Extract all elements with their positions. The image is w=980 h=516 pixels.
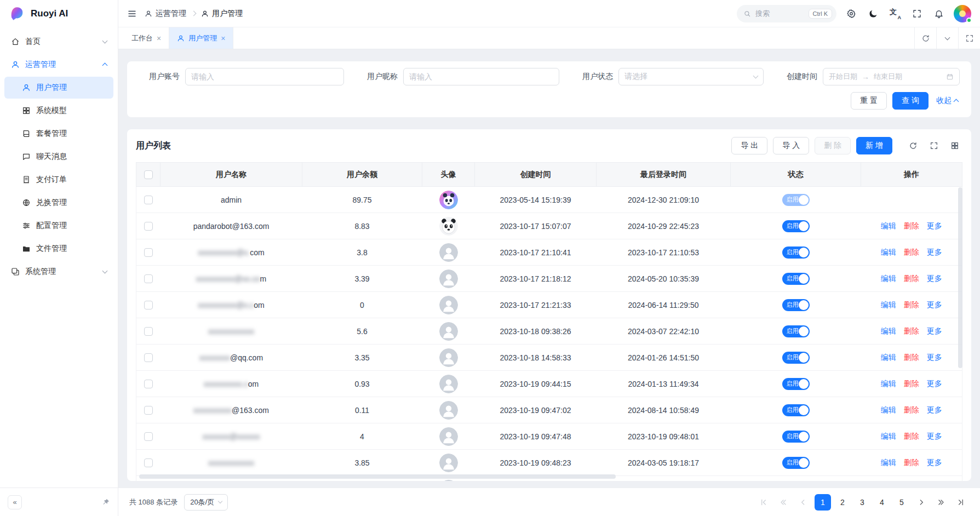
row-checkbox[interactable] [144, 274, 153, 283]
vertical-scrollbar[interactable] [958, 187, 962, 368]
edit-link[interactable]: 编辑 [881, 326, 896, 335]
page-size-select[interactable]: 20条/页 [184, 494, 228, 511]
column-settings-grid-icon[interactable] [947, 138, 962, 153]
import-button[interactable]: 导 入 [773, 137, 809, 154]
delete-link[interactable]: 删除 [904, 353, 919, 362]
edit-link[interactable]: 编辑 [881, 353, 896, 362]
back-five-pages-button[interactable] [775, 494, 792, 511]
settings-gear-icon[interactable] [844, 7, 858, 21]
edit-link[interactable]: 编辑 [881, 405, 896, 414]
last-page-button[interactable] [953, 494, 969, 511]
breadcrumb-user-management[interactable]: 用户管理 [201, 9, 243, 19]
status-toggle[interactable]: 启用 [782, 194, 810, 206]
user-account-input[interactable] [185, 68, 344, 85]
more-link[interactable]: 更多 [927, 221, 942, 230]
notifications-bell-icon[interactable] [932, 7, 946, 21]
delete-link[interactable]: 删除 [904, 432, 919, 440]
delete-link[interactable]: 删除 [904, 405, 919, 414]
row-checkbox[interactable] [144, 222, 153, 231]
collapse-filters-link[interactable]: 收起 [936, 96, 958, 106]
status-toggle[interactable]: 启用 [782, 457, 810, 469]
more-link[interactable]: 更多 [927, 458, 942, 467]
page-button-4[interactable]: 4 [874, 494, 890, 511]
more-link[interactable]: 更多 [927, 379, 942, 388]
status-toggle[interactable]: 启用 [782, 299, 810, 311]
row-checkbox[interactable] [144, 432, 153, 441]
content-fullscreen-icon[interactable] [958, 27, 980, 49]
sidebar-item-chat-messages[interactable]: 聊天消息 [4, 146, 113, 168]
horizontal-scrollbar[interactable] [139, 474, 616, 479]
edit-link[interactable]: 编辑 [881, 274, 896, 283]
status-toggle[interactable]: 启用 [782, 404, 810, 416]
pin-icon[interactable] [102, 498, 110, 506]
collapse-sidebar-button[interactable]: « [8, 495, 22, 509]
delete-link[interactable]: 删除 [904, 248, 919, 256]
row-checkbox[interactable] [144, 327, 153, 336]
fullscreen-icon[interactable] [910, 7, 924, 21]
row-checkbox[interactable] [144, 380, 153, 388]
sidebar-item-operations[interactable]: 运营管理 [4, 54, 113, 76]
more-link[interactable]: 更多 [927, 248, 942, 256]
reset-button[interactable]: 重 置 [851, 92, 887, 110]
refresh-tab-icon[interactable] [914, 27, 936, 49]
sidebar-item-system-model[interactable]: 系统模型 [4, 100, 113, 122]
close-icon[interactable]: × [157, 35, 161, 42]
app-logo[interactable]: Ruoyi AI [0, 0, 118, 27]
sidebar-item-home[interactable]: 首页 [4, 31, 113, 53]
more-link[interactable]: 更多 [927, 353, 942, 362]
previous-page-button[interactable] [795, 494, 811, 511]
row-checkbox[interactable] [144, 353, 153, 362]
more-link[interactable]: 更多 [927, 274, 942, 283]
delete-link[interactable]: 删除 [904, 300, 919, 309]
dark-mode-moon-icon[interactable] [866, 7, 880, 21]
row-checkbox[interactable] [144, 248, 153, 257]
sidebar-item-payment-orders[interactable]: 支付订单 [4, 169, 113, 191]
edit-link[interactable]: 编辑 [881, 432, 896, 440]
page-button-1[interactable]: 1 [815, 494, 831, 511]
global-search[interactable]: 搜索 Ctrl K [737, 5, 836, 22]
status-toggle[interactable]: 启用 [782, 325, 810, 337]
row-checkbox[interactable] [144, 406, 153, 415]
table-fullscreen-icon[interactable] [926, 138, 942, 153]
delete-link[interactable]: 删除 [904, 274, 919, 283]
page-button-2[interactable]: 2 [834, 494, 851, 511]
hamburger-menu-icon[interactable] [127, 9, 137, 19]
status-toggle[interactable]: 启用 [782, 378, 810, 390]
breadcrumb-operations[interactable]: 运营管理 [145, 9, 186, 19]
sidebar-item-exchange-management[interactable]: 兑换管理 [4, 192, 113, 214]
delete-link[interactable]: 删除 [904, 326, 919, 335]
created-time-range-picker[interactable]: 开始日期 → 结束日期 [823, 68, 960, 85]
edit-link[interactable]: 编辑 [881, 379, 896, 388]
export-button[interactable]: 导 出 [731, 137, 767, 154]
profile-avatar[interactable] [954, 5, 971, 22]
delete-link[interactable]: 删除 [904, 379, 919, 388]
more-link[interactable]: 更多 [927, 405, 942, 414]
edit-link[interactable]: 编辑 [881, 458, 896, 467]
more-link[interactable]: 更多 [927, 326, 942, 335]
delete-link[interactable]: 删除 [904, 458, 919, 467]
refresh-table-icon[interactable] [906, 138, 921, 153]
edit-link[interactable]: 编辑 [881, 300, 896, 309]
close-icon[interactable]: × [221, 35, 225, 42]
language-translate-icon[interactable]: 文A [888, 7, 902, 21]
tab-workbench[interactable]: 工作台 × [124, 27, 169, 49]
page-button-3[interactable]: 3 [854, 494, 870, 511]
status-toggle[interactable]: 启用 [782, 220, 810, 232]
first-page-button[interactable] [755, 494, 772, 511]
status-toggle[interactable]: 启用 [782, 431, 810, 443]
sidebar-item-package-management[interactable]: 套餐管理 [4, 123, 113, 145]
sidebar-item-config-management[interactable]: 配置管理 [4, 215, 113, 237]
add-button[interactable]: 新 增 [856, 137, 892, 154]
user-status-select[interactable]: 请选择 [618, 68, 764, 85]
row-checkbox[interactable] [144, 196, 153, 204]
edit-link[interactable]: 编辑 [881, 221, 896, 230]
user-nickname-input[interactable] [403, 68, 559, 85]
sidebar-item-user-management[interactable]: 用户管理 [4, 77, 113, 99]
next-page-button[interactable] [913, 494, 930, 511]
more-link[interactable]: 更多 [927, 432, 942, 440]
row-checkbox[interactable] [144, 458, 153, 467]
page-button-5[interactable]: 5 [893, 494, 910, 511]
status-toggle[interactable]: 启用 [782, 352, 810, 364]
tab-user-management[interactable]: 用户管理 × [169, 27, 233, 49]
row-checkbox[interactable] [144, 301, 153, 309]
